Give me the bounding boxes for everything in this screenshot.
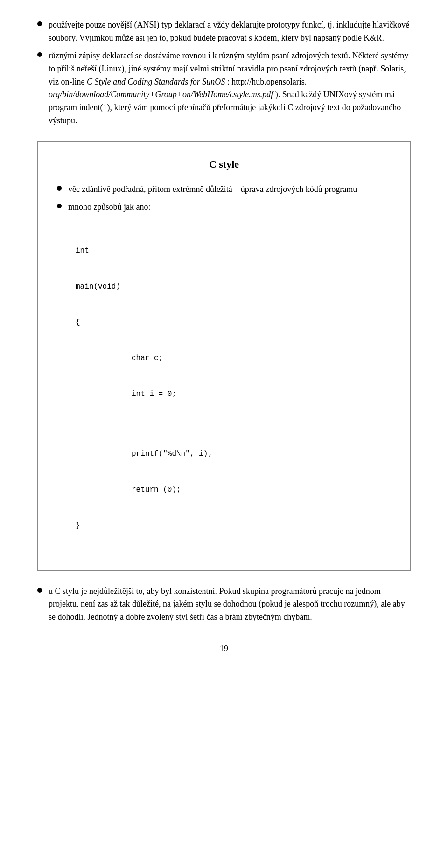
box-bullet-dot-2 (57, 204, 62, 208)
code-line-int-i: int i = 0; (132, 388, 391, 401)
bullet-dot-1 (37, 21, 42, 26)
code-block: int main(void) { char c; int i = 0; prin… (76, 221, 391, 556)
code-line-return: return (0); (132, 484, 391, 496)
box-bullet-item-1: věc zdánlivě podřadná, přitom extrémně d… (57, 183, 391, 196)
top-bullet-list: používejte pouze novější (ANSI) typ dekl… (37, 19, 411, 127)
bullet-dot-2 (37, 52, 42, 57)
bottom-bullet-list: u C stylu je nejdůležitější to, aby byl … (37, 585, 411, 624)
c-style-box: C style věc zdánlivě podřadná, přitom ex… (37, 141, 411, 571)
page-content: používejte pouze novější (ANSI) typ dekl… (37, 19, 411, 655)
bottom-bullet-text-1: u C stylu je nejdůležitější to, aby byl … (49, 585, 411, 624)
box-bullet-dot-1 (57, 186, 62, 191)
code-line-main: main(void) (76, 281, 391, 293)
bullet-item-2: různými zápisy deklarací se dostáváme ro… (37, 49, 411, 127)
code-line-open-brace: { (76, 317, 391, 329)
bullet-text-1: používejte pouze novější (ANSI) typ dekl… (49, 19, 411, 45)
code-line-printf: printf("%d\n", i); (132, 448, 391, 460)
page-number: 19 (37, 642, 411, 655)
box-bullet-text-1: věc zdánlivě podřadná, přitom extrémně d… (68, 183, 391, 196)
box-bullet-text-2: mnoho způsobů jak ano: (68, 201, 391, 214)
box-bullet-item-2: mnoho způsobů jak ano: (57, 201, 391, 214)
bullet-item-1: používejte pouze novější (ANSI) typ dekl… (37, 19, 411, 45)
bottom-bullet-dot-1 (37, 588, 42, 593)
code-line-close-brace: } (76, 520, 391, 532)
code-line-char: char c; (132, 353, 391, 365)
bullet-text-2: různými zápisy deklarací se dostáváme ro… (49, 49, 411, 127)
box-bullet-list: věc zdánlivě podřadná, přitom extrémně d… (57, 183, 391, 214)
box-title: C style (57, 156, 391, 172)
code-line-int: int (76, 245, 391, 257)
bottom-bullet-item-1: u C stylu je nejdůležitější to, aby byl … (37, 585, 411, 624)
